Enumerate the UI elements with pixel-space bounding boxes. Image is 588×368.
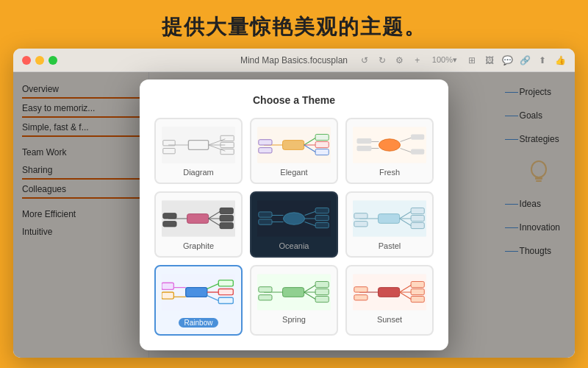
svg-rect-30 [356, 146, 371, 151]
svg-rect-56 [315, 215, 329, 220]
svg-rect-85 [259, 295, 272, 300]
zoom-label: 100%▾ [429, 54, 460, 66]
svg-rect-33 [411, 134, 424, 139]
svg-rect-78 [218, 280, 233, 286]
svg-rect-18 [259, 148, 272, 153]
svg-rect-23 [315, 141, 329, 147]
theme-card-fresh[interactable]: Fresh [345, 118, 434, 184]
svg-point-47 [283, 213, 304, 224]
svg-rect-80 [218, 297, 233, 303]
svg-rect-57 [315, 222, 329, 227]
theme-preview-rainbow [162, 272, 235, 312]
svg-rect-66 [411, 208, 424, 213]
svg-rect-95 [354, 287, 368, 292]
svg-rect-15 [283, 141, 304, 150]
svg-rect-59 [379, 214, 400, 224]
svg-rect-89 [315, 281, 329, 287]
close-button[interactable] [22, 56, 31, 65]
link-icon[interactable]: 🔗 [519, 54, 531, 66]
svg-rect-84 [259, 287, 272, 292]
svg-rect-96 [354, 295, 368, 300]
svg-rect-51 [259, 219, 272, 224]
svg-rect-44 [220, 215, 233, 221]
theme-dialog: Choose a Theme [140, 79, 448, 350]
page-title: 提供大量惊艳美观的主题。 [0, 0, 588, 49]
image-icon[interactable]: 🖼 [484, 54, 495, 66]
svg-rect-90 [315, 289, 329, 294]
theme-badge-rainbow: Rainbow [179, 318, 219, 328]
theme-card-pastel[interactable]: Pastel [345, 191, 434, 258]
theme-card-sunset[interactable]: Sunset [345, 265, 434, 336]
theme-preview-graphite [162, 199, 235, 238]
svg-rect-29 [356, 138, 371, 144]
svg-rect-62 [354, 222, 368, 227]
theme-label-graphite: Graphite [162, 241, 235, 250]
theme-label-pastel: Pastel [353, 241, 426, 250]
svg-rect-55 [315, 208, 329, 213]
add-icon[interactable]: + [412, 54, 423, 66]
svg-rect-93 [379, 288, 400, 297]
theme-card-oceania[interactable]: Oceania [250, 191, 338, 258]
theme-preview-pastel [353, 199, 426, 238]
svg-rect-70 [186, 288, 207, 297]
svg-rect-79 [218, 289, 233, 294]
theme-label-diagram: Diagram [162, 168, 235, 177]
theme-label-elegant: Elegant [257, 168, 331, 177]
maximize-button[interactable] [49, 56, 57, 65]
toolbar-icons: ↺ ↻ ⚙ + 100%▾ ⊞ 🖼 💬 🔗 ⬆ 👍 [359, 54, 566, 66]
svg-point-26 [379, 139, 400, 151]
svg-rect-82 [283, 288, 304, 297]
svg-rect-22 [315, 134, 329, 140]
svg-rect-74 [162, 292, 173, 299]
theme-preview-oceania [257, 199, 331, 238]
window-controls [22, 56, 57, 65]
theme-card-rainbow[interactable]: Rainbow [154, 265, 243, 336]
theme-preview-elegant [257, 125, 331, 165]
theme-preview-fresh [353, 125, 426, 165]
svg-rect-24 [315, 149, 329, 155]
svg-rect-100 [411, 281, 424, 287]
like-icon[interactable]: 👍 [554, 54, 566, 66]
svg-rect-73 [162, 283, 173, 289]
svg-rect-67 [411, 215, 424, 221]
theme-preview-sunset [353, 272, 426, 312]
theme-card-spring[interactable]: Spring [250, 265, 338, 336]
svg-rect-45 [220, 222, 233, 228]
svg-rect-102 [411, 296, 424, 302]
share-icon[interactable]: ⬆ [537, 54, 548, 66]
comment-icon[interactable]: 💬 [501, 54, 513, 66]
theme-preview-spring [257, 272, 331, 312]
theme-label-sunset: Sunset [353, 315, 426, 324]
svg-rect-61 [354, 213, 368, 219]
theme-grid: Diagram [154, 118, 434, 336]
svg-rect-101 [411, 289, 424, 294]
theme-card-graphite[interactable]: Graphite [154, 191, 243, 258]
theme-label-fresh: Fresh [353, 168, 426, 177]
view-icon[interactable]: ⊞ [466, 54, 478, 66]
settings-icon[interactable]: ⚙ [394, 54, 406, 66]
titlebar: Mind Map Basics.focusplan ↺ ↻ ⚙ + 100%▾ … [13, 49, 575, 72]
svg-rect-17 [259, 140, 272, 145]
theme-preview-diagram [162, 125, 235, 165]
main-area: Overview Easy to memoriz... Simple, fast… [13, 72, 575, 358]
redo-icon[interactable]: ↻ [376, 54, 388, 66]
theme-card-diagram[interactable]: Diagram [154, 118, 243, 184]
svg-rect-91 [315, 296, 329, 302]
app-window: Mind Map Basics.focusplan ↺ ↻ ⚙ + 100%▾ … [13, 49, 575, 358]
theme-label-spring: Spring [257, 315, 331, 324]
undo-icon[interactable]: ↺ [359, 54, 370, 66]
minimize-button[interactable] [35, 56, 44, 65]
window-title: Mind Map Basics.focusplan [240, 55, 348, 66]
theme-label-oceania: Oceania [257, 241, 331, 250]
svg-rect-43 [220, 208, 233, 213]
svg-rect-68 [411, 222, 424, 228]
theme-badge-row: Rainbow [162, 315, 235, 328]
dialog-title: Choose a Theme [154, 94, 434, 106]
svg-rect-38 [163, 213, 176, 219]
svg-rect-50 [259, 212, 272, 217]
svg-rect-36 [187, 214, 209, 224]
svg-rect-34 [411, 149, 424, 154]
svg-rect-39 [163, 222, 176, 227]
theme-card-elegant[interactable]: Elegant [250, 118, 338, 184]
modal-overlay: Choose a Theme [13, 72, 575, 358]
